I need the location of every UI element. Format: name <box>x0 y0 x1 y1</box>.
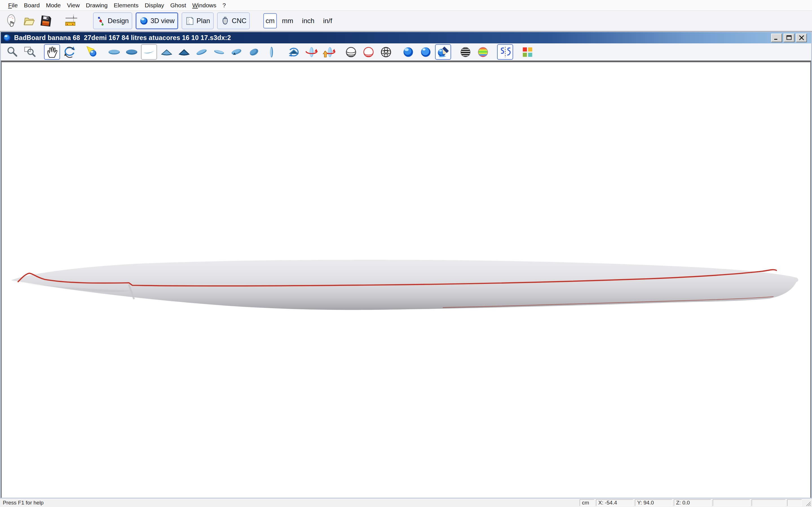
resize-grip[interactable] <box>804 499 811 506</box>
zoom-window-icon <box>23 46 36 59</box>
view-deck-button[interactable] <box>106 44 122 60</box>
render-stripes-button[interactable] <box>457 44 473 60</box>
menu-item-windows[interactable]: Windows <box>189 1 219 10</box>
symmetry-button[interactable] <box>497 44 513 60</box>
render-wireframe-red-button[interactable] <box>360 44 376 60</box>
view-end-icon <box>265 46 278 59</box>
render-rainbow-button[interactable] <box>475 44 491 60</box>
minimize-button[interactable] <box>771 34 782 42</box>
render-solid-button[interactable] <box>400 44 416 60</box>
view-perspective-1-button[interactable] <box>193 44 209 60</box>
sphere-glossy-icon <box>139 16 149 25</box>
pan-hand-icon <box>46 46 59 59</box>
window-controls <box>771 34 809 42</box>
cnc-bit-icon <box>220 16 230 25</box>
render-mesh-button[interactable] <box>378 44 394 60</box>
sphere-wire-red-icon <box>362 46 375 59</box>
view-perspective-4-button[interactable] <box>246 44 262 60</box>
menu-item-ghost[interactable]: Ghost <box>167 1 189 10</box>
open-button[interactable] <box>20 12 37 30</box>
folder-open-icon <box>22 14 36 27</box>
design-button[interactable]: Design <box>93 12 132 29</box>
flip-board-button[interactable] <box>320 44 337 60</box>
3d-view-button[interactable]: 3D view <box>136 12 178 29</box>
view-front-icon <box>160 46 173 59</box>
status-coordinate-y: Y: 94.0 <box>635 499 672 506</box>
view-persp-1-icon <box>195 46 208 59</box>
menu-item-view[interactable]: View <box>64 1 83 10</box>
light-button[interactable] <box>84 44 100 60</box>
menu-item-display[interactable]: Display <box>142 1 167 10</box>
sphere-mesh-icon <box>379 46 393 59</box>
viewport-3d[interactable] <box>1 61 811 498</box>
status-coordinates: X: -54.4Y: 94.0Z: 0.0 <box>596 499 711 506</box>
design-nodes-icon <box>96 16 106 25</box>
plan-button[interactable]: Plan <box>182 12 214 29</box>
window-titlebar[interactable]: BadBoard banana 68 27demi 167 84 litres … <box>1 32 811 43</box>
main-toolbar: Design3D viewPlanCNC cmmminchin/f <box>0 11 812 32</box>
application-window: FileBoardModeViewDrawingElementsDisplayG… <box>0 0 812 507</box>
view-persp-2-icon <box>213 46 225 59</box>
unit-cm[interactable]: cm <box>263 13 277 29</box>
flip-board-icon <box>322 46 335 59</box>
status-coordinate-z: Z: 0.0 <box>674 499 711 506</box>
status-extra-panels <box>713 499 802 506</box>
sphere-paint-icon <box>437 46 450 59</box>
rotate-view-button[interactable] <box>286 44 302 60</box>
plan-doc-icon <box>185 16 195 25</box>
rotate-3d-icon <box>63 46 76 59</box>
close-icon <box>798 35 805 41</box>
menu-item-file[interactable]: File <box>5 1 21 10</box>
view-end-button[interactable] <box>263 44 280 60</box>
view-back-button[interactable] <box>176 44 192 60</box>
document-window: BadBoard banana 68 27demi 167 84 litres … <box>0 32 812 499</box>
cnc-button[interactable]: CNC <box>217 12 250 29</box>
spin-board-button[interactable] <box>303 44 319 60</box>
pan-button[interactable] <box>44 44 60 60</box>
status-empty-panel-3 <box>787 499 802 506</box>
status-unit: cm <box>580 499 594 506</box>
status-empty-panel-2 <box>752 499 785 506</box>
view-perspective-2-button[interactable] <box>211 44 227 60</box>
zoom-button[interactable] <box>4 44 20 60</box>
minimize-icon <box>773 35 780 41</box>
measurements-button[interactable] <box>63 12 80 30</box>
zoom-window-button[interactable] <box>22 44 38 60</box>
unit-inch[interactable]: inch <box>298 13 318 29</box>
menu-item-elements[interactable]: Elements <box>111 1 142 10</box>
menu-item-board[interactable]: Board <box>21 1 43 10</box>
view-persp-3-icon <box>230 46 243 59</box>
view-bottom-button[interactable] <box>123 44 140 60</box>
cnc-button-label: CNC <box>232 17 246 25</box>
symmetry-icon <box>499 46 512 59</box>
color-squares-icon <box>521 46 534 59</box>
menu-bar: FileBoardModeViewDrawingElementsDisplayG… <box>0 0 812 11</box>
close-button[interactable] <box>796 34 807 42</box>
view-perspective-3-button[interactable] <box>229 44 245 60</box>
maximize-icon <box>785 35 793 41</box>
render-smooth-button[interactable] <box>417 44 434 60</box>
rotate-free-button[interactable] <box>61 44 78 60</box>
view-front-button[interactable] <box>158 44 174 60</box>
menu-item-mode[interactable]: Mode <box>43 1 64 10</box>
render-painted-button[interactable] <box>435 44 451 60</box>
board-new-icon <box>5 14 18 27</box>
menu-item-drawing[interactable]: Drawing <box>83 1 111 10</box>
view-side-button[interactable] <box>141 44 157 60</box>
save-floppy-icon <box>39 14 52 27</box>
render-wireframe-button[interactable] <box>343 44 359 60</box>
colors-button[interactable] <box>519 44 536 60</box>
unit-in-f[interactable]: in/f <box>319 13 336 29</box>
app-sphere-icon <box>3 34 11 42</box>
menu-item-help[interactable]: ? <box>219 1 229 10</box>
view-deck-icon <box>108 46 121 59</box>
new-board-button[interactable] <box>3 12 20 30</box>
status-help-text: Press F1 for help <box>3 500 44 506</box>
unit-mm[interactable]: mm <box>278 13 297 29</box>
ruler-icon <box>64 14 78 27</box>
save-button[interactable] <box>37 12 54 30</box>
view-back-icon <box>177 46 191 59</box>
window-title: BadBoard banana 68 27demi 167 84 litres … <box>14 34 231 42</box>
view-persp-4-icon <box>248 46 260 59</box>
maximize-button[interactable] <box>783 34 795 42</box>
